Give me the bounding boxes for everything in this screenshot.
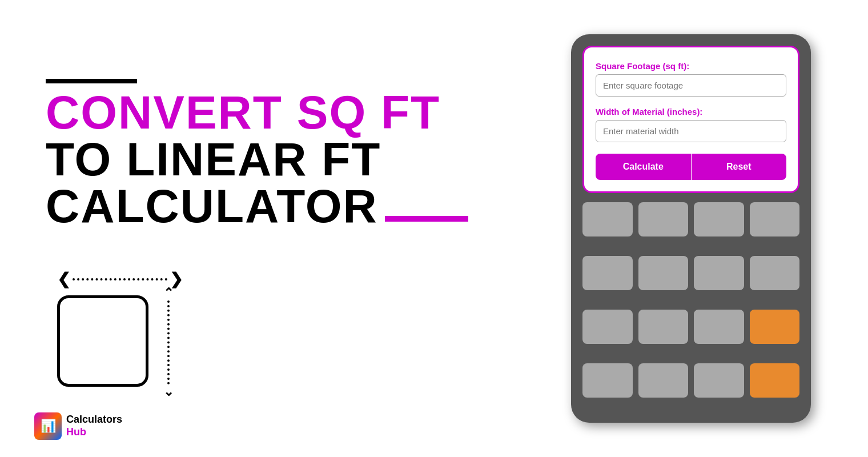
calculator-keypad xyxy=(582,202,799,411)
action-buttons-row: Calculate Reset xyxy=(596,154,786,180)
horizontal-dots xyxy=(73,278,167,280)
title-line3: CALCULATOR xyxy=(46,183,468,230)
key-3[interactable] xyxy=(694,202,744,236)
calculator-device: Square Footage (sq ft): Width of Materia… xyxy=(571,34,811,423)
key-7[interactable] xyxy=(694,256,744,290)
square-footage-label: Square Footage (sq ft): xyxy=(596,61,786,71)
arrow-up-icon: ⌃ xyxy=(163,287,174,299)
arrow-left-icon: ❮ xyxy=(57,270,70,288)
title-underline xyxy=(385,216,468,222)
reset-button[interactable]: Reset xyxy=(691,154,787,180)
square-box xyxy=(57,295,148,387)
arrow-down-icon: ⌄ xyxy=(163,386,174,398)
diagram-area: ❮ ❯ ⌃ ⌄ xyxy=(46,252,228,378)
key-4[interactable] xyxy=(750,202,800,236)
calculator-screen: Square Footage (sq ft): Width of Materia… xyxy=(582,46,799,193)
logo-icon: 📊 xyxy=(34,412,62,440)
logo-area: 📊 Calculators Hub xyxy=(34,412,122,440)
title-top-bar xyxy=(46,79,137,83)
key-15[interactable] xyxy=(694,363,744,398)
key-14[interactable] xyxy=(638,363,689,398)
key-8[interactable] xyxy=(750,256,800,290)
calculate-button[interactable]: Calculate xyxy=(596,154,691,180)
key-12-orange[interactable] xyxy=(750,310,800,344)
title-line1: CONVERT SQ FT xyxy=(46,89,468,136)
key-6[interactable] xyxy=(638,256,689,290)
key-2[interactable] xyxy=(638,202,689,236)
width-label: Width of Material (inches): xyxy=(596,107,786,117)
key-13[interactable] xyxy=(582,363,633,398)
key-10[interactable] xyxy=(638,310,689,344)
title-line2: TO LINEAR FT xyxy=(46,136,468,183)
vertical-dots xyxy=(167,300,170,384)
width-input[interactable] xyxy=(596,120,786,142)
square-footage-input[interactable] xyxy=(596,74,786,97)
logo-name-bottom: Hub xyxy=(66,426,122,439)
key-1[interactable] xyxy=(582,202,633,236)
key-5[interactable] xyxy=(582,256,633,290)
logo-name-top: Calculators xyxy=(66,414,122,426)
logo-text: Calculators Hub xyxy=(66,414,122,438)
right-section: Square Footage (sq ft): Width of Materia… xyxy=(514,0,868,457)
key-9[interactable] xyxy=(582,310,633,344)
left-section: CONVERT SQ FT TO LINEAR FT CALCULATOR ❮ … xyxy=(0,0,514,457)
height-arrow: ⌃ ⌄ xyxy=(157,287,180,398)
key-11[interactable] xyxy=(694,310,744,344)
key-16-orange[interactable] xyxy=(750,363,800,398)
